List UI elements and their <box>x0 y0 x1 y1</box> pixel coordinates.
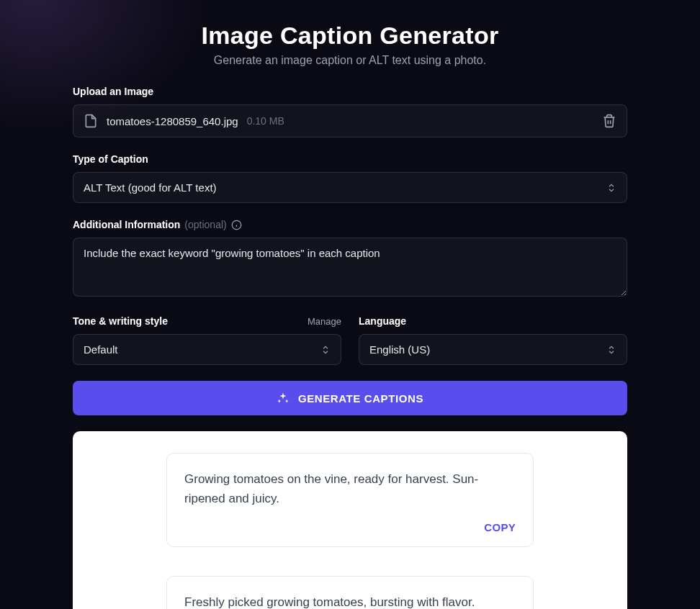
info-icon[interactable] <box>231 220 242 230</box>
language-select[interactable]: English (US) <box>359 334 627 365</box>
upload-label: Upload an Image <box>73 86 627 97</box>
generate-button-label: GENERATE CAPTIONS <box>298 392 423 405</box>
result-text: Freshly picked growing tomatoes, burstin… <box>184 592 516 609</box>
chevron-updown-icon <box>606 345 616 355</box>
uploaded-filesize: 0.10 MB <box>247 115 284 127</box>
tone-value: Default <box>84 343 118 356</box>
result-text: Growing tomatoes on the vine, ready for … <box>184 469 516 508</box>
upload-file-box[interactable]: tomatoes-1280859_640.jpg 0.10 MB <box>73 104 627 137</box>
caption-type-select[interactable]: ALT Text (good for ALT text) <box>73 172 627 203</box>
sparkle-icon <box>277 392 290 405</box>
chevron-updown-icon <box>606 183 616 193</box>
caption-type-label: Type of Caption <box>73 153 627 165</box>
file-icon <box>84 114 98 128</box>
additional-info-input[interactable] <box>73 238 627 297</box>
manage-tone-link[interactable]: Manage <box>308 316 341 327</box>
copy-button[interactable]: COPY <box>184 521 516 533</box>
tone-label: Tone & writing style <box>73 315 168 327</box>
chevron-updown-icon <box>320 345 331 355</box>
page-subtitle: Generate an image caption or ALT text us… <box>73 54 627 67</box>
additional-info-label: Additional Information (optional) <box>73 219 627 230</box>
language-value: English (US) <box>369 343 430 356</box>
language-label: Language <box>359 315 406 327</box>
page-title: Image Caption Generator <box>73 22 627 50</box>
result-card: Freshly picked growing tomatoes, burstin… <box>166 576 534 609</box>
uploaded-filename: tomatoes-1280859_640.jpg <box>107 115 238 127</box>
trash-icon[interactable] <box>602 114 616 128</box>
caption-type-value: ALT Text (good for ALT text) <box>84 181 217 194</box>
optional-hint: (optional) <box>184 219 226 230</box>
generate-captions-button[interactable]: GENERATE CAPTIONS <box>73 381 627 415</box>
result-card: Growing tomatoes on the vine, ready for … <box>166 453 534 547</box>
tone-select[interactable]: Default <box>73 334 341 365</box>
results-panel: Growing tomatoes on the vine, ready for … <box>73 431 627 609</box>
